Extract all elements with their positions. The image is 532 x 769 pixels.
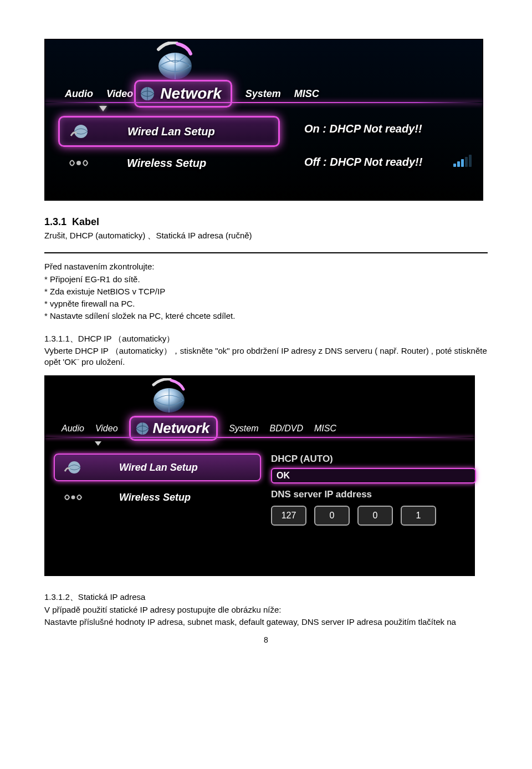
chevron-down-icon xyxy=(99,106,107,111)
subsection-1-3-1-2-line2: Nastavte příslušné hodnoty IP adresa, su… xyxy=(44,617,488,628)
dhcp-settings-panel: DHCP (AUTO) OK DNS server IP address 127… xyxy=(271,454,476,526)
ip-octet-4[interactable]: 1 xyxy=(401,506,436,526)
tab2-misc[interactable]: MISC xyxy=(314,424,336,434)
tab2-audio[interactable]: Audio xyxy=(62,424,84,434)
ip-address-fields: 127 0 0 1 xyxy=(271,506,476,526)
wired-lan-label: Wired Lan Setup xyxy=(127,125,215,138)
ip-octet-2[interactable]: 0 xyxy=(314,506,350,526)
dhcp-auto-label: DHCP (AUTO) xyxy=(271,454,476,465)
before-setup-heading: Před nastavením zkontrolujte: xyxy=(44,261,488,272)
tab-misc[interactable]: MISC xyxy=(294,88,319,100)
status-on: On : DHCP Not ready!! xyxy=(304,123,422,135)
separator-line xyxy=(44,252,488,253)
ip-octet-3[interactable]: 0 xyxy=(357,506,393,526)
status-off: Off : DHCP Not ready!! xyxy=(304,156,422,169)
section-1-3-1-body: Zrušit, DHCP (automaticky) 、Statická IP … xyxy=(44,230,488,241)
check-item-4: * Nastavte sdílení složek na PC, které c… xyxy=(44,310,488,322)
sidebar-item-wired-lan[interactable]: Wired Lan Setup xyxy=(58,116,280,147)
svg-point-2 xyxy=(74,125,88,138)
sidebar-item-wireless[interactable]: Wireless Setup xyxy=(58,149,279,177)
subsection-1-3-1-1-body: Vyberte DHCP IP （automaticky），stiskněte … xyxy=(44,345,488,368)
subsection-1-3-1-2-line1: V případě použití statické IP adresy pos… xyxy=(44,604,488,615)
page-number: 8 xyxy=(44,635,488,644)
sidebar-item-wired-lan-2[interactable]: Wired Lan Setup xyxy=(54,454,261,481)
tab-network[interactable]: Network xyxy=(134,80,232,108)
signal-strength-icon xyxy=(453,155,472,167)
network-tab-globe-icon xyxy=(138,84,157,103)
wireless-label-2: Wireless Setup xyxy=(119,492,191,503)
wired-globe-icon xyxy=(60,457,86,478)
tab-underline xyxy=(45,102,483,103)
tab-system[interactable]: System xyxy=(245,88,281,100)
settings-menu-screenshot-2: Audio Video Network System BD/DVD MISC xyxy=(44,375,475,576)
tab-network-label: Network xyxy=(160,85,221,102)
tab2-system[interactable]: System xyxy=(229,424,258,434)
subsection-1-3-1-1-heading: 1.3.1.1、DHCP IP （automaticky） xyxy=(44,333,488,344)
check-item-1: * Připojení EG-R1 do sítě. xyxy=(44,274,488,285)
chevron-down-icon xyxy=(95,441,101,446)
settings-menu-screenshot-1: Audio Video Network System MISC xyxy=(44,39,483,201)
ip-octet-1[interactable]: 127 xyxy=(271,506,306,526)
wired-globe-icon xyxy=(66,121,92,142)
wired-lan-label-2: Wired Lan Setup xyxy=(119,462,198,473)
section-1-3-1-title: 1.3.1Kabel xyxy=(44,216,488,228)
dns-server-label: DNS server IP address xyxy=(271,489,476,500)
sidebar-item-wireless-2[interactable]: Wireless Setup xyxy=(54,485,261,510)
svg-point-3 xyxy=(76,161,81,165)
network-tab-globe-icon xyxy=(133,419,152,438)
ok-button[interactable]: OK xyxy=(271,468,476,483)
globe-icon xyxy=(153,42,197,83)
wireless-icon xyxy=(60,487,86,508)
tab2-bddvd[interactable]: BD/DVD xyxy=(269,424,303,434)
tab-audio[interactable]: Audio xyxy=(65,88,93,100)
tab2-network-label: Network xyxy=(153,420,210,436)
tab-video[interactable]: Video xyxy=(106,88,133,100)
svg-point-6 xyxy=(68,461,80,473)
wireless-icon xyxy=(66,152,91,174)
globe-icon xyxy=(149,378,189,417)
subsection-1-3-1-2-heading: 1.3.1.2、Statická IP adresa xyxy=(44,592,488,603)
check-item-2: * Zda existuje NetBIOS v TCP/IP xyxy=(44,286,488,297)
svg-point-7 xyxy=(71,496,75,500)
tab2-video[interactable]: Video xyxy=(95,424,118,434)
check-item-3: * vypněte firewall na PC. xyxy=(44,298,488,309)
tab-underline-2 xyxy=(45,437,474,438)
wireless-label: Wireless Setup xyxy=(127,157,206,170)
